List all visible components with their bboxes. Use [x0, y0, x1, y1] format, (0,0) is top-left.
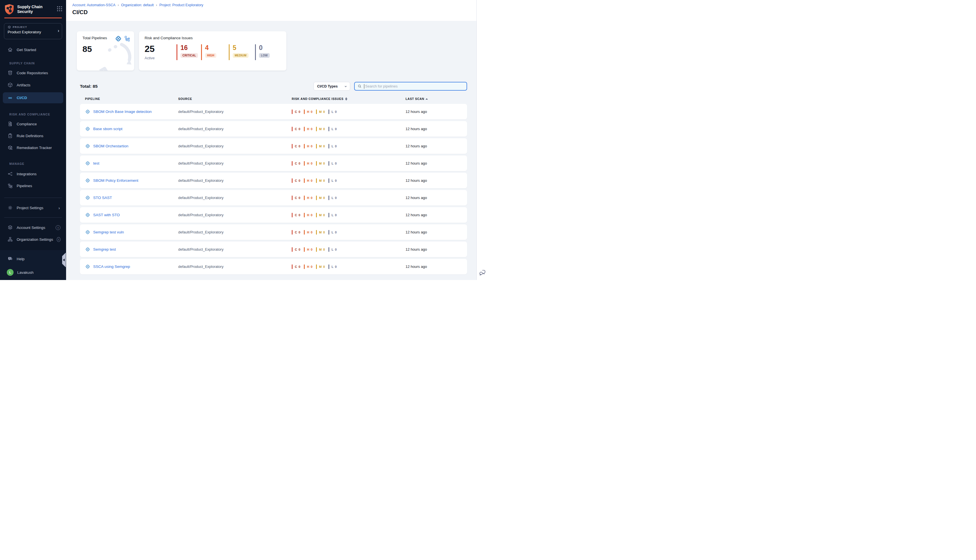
column-header-issues[interactable]: RISK AND COMPLIANCE ISSUES: [292, 97, 405, 100]
info-icon[interactable]: i: [56, 225, 60, 230]
pipeline-link[interactable]: Semgrep test: [93, 247, 116, 252]
harness-pipeline-icon: [85, 143, 90, 149]
sidebar-footer: ? Help L Lavakush: [0, 250, 66, 280]
last-scan-cell: 12 hours ago: [405, 196, 467, 200]
module-grid-icon[interactable]: [57, 6, 62, 11]
sidebar-item-label: Code Repositories: [17, 71, 48, 75]
section-label: RISK AND COMPLIANCE: [0, 113, 66, 116]
sidebar-item-project-settings[interactable]: Project Settings ›: [0, 203, 66, 213]
total-pipelines-card: Total Pipelines: [77, 31, 134, 70]
source-cell: default/Product_Exploratory: [178, 265, 292, 269]
pipeline-link[interactable]: Base sbom script: [93, 127, 123, 131]
severity-count: 16: [180, 44, 201, 51]
layers-icon: [7, 225, 13, 230]
last-scan-cell: 12 hours ago: [405, 144, 467, 148]
severity-badge: MEDIUM: [233, 53, 249, 58]
pipeline-link[interactable]: STO SAST: [93, 196, 112, 200]
table-row: Semgrep test vulndefault/Product_Explora…: [80, 224, 467, 240]
severity-badge: CRITICAL: [180, 53, 198, 58]
breadcrumb-link[interactable]: Organization: default: [121, 3, 153, 7]
severity-chip-c: C0: [292, 110, 300, 114]
pipeline-link[interactable]: test: [93, 161, 99, 165]
project-selector[interactable]: PROJECT Product Exploratory ›: [4, 23, 62, 39]
harness-pipeline-icon: [85, 126, 90, 132]
pipeline-link[interactable]: Semgrep test vuln: [93, 230, 124, 234]
pipeline-link[interactable]: SSCA using Semgrep: [93, 265, 130, 269]
code-repositories-icon: [7, 70, 13, 76]
issues-cell: C0H0M0L0: [292, 144, 405, 148]
issues-cell: C0H0M0L0: [292, 178, 405, 183]
issues-cell: C0H0M0L0: [292, 127, 405, 131]
source-cell: default/Product_Exploratory: [178, 247, 292, 252]
severity-chip-m: M0: [316, 127, 325, 131]
search-input[interactable]: Search for pipelines: [354, 82, 467, 91]
sidebar-item-remediation-tracker[interactable]: Remediation Tracker: [0, 143, 66, 152]
app-title: Supply Chain Security: [17, 5, 42, 14]
sort-asc-icon: [425, 98, 428, 100]
project-name: Product Exploratory: [8, 30, 56, 34]
severity-chip-l: L0: [329, 213, 337, 217]
chevron-right-icon: ›: [58, 28, 59, 33]
sidebar-item-cicd[interactable]: CI/CD: [3, 92, 63, 103]
severity-chip-m: M0: [316, 110, 325, 114]
sidebar-item-get-started[interactable]: Get Started: [0, 45, 66, 55]
column-header-source[interactable]: SOURCE: [178, 97, 292, 100]
table-row: testdefault/Product_ExploratoryC0H0M0L01…: [80, 155, 467, 171]
issues-cell: C0H0M0L0: [292, 230, 405, 235]
harness-pipeline-icon: [85, 109, 90, 114]
severity-chip-m: M0: [316, 265, 325, 269]
user-menu[interactable]: L Lavakush: [0, 268, 66, 277]
severity-badge: HIGH: [205, 53, 216, 58]
last-scan-cell: 12 hours ago: [405, 230, 467, 234]
column-header-pipeline[interactable]: PIPELINE: [85, 97, 178, 100]
org-chart-icon: [7, 237, 13, 242]
severity-chip-c: C0: [292, 213, 300, 217]
source-cell: default/Product_Exploratory: [178, 178, 292, 183]
severity-chip-c: C0: [292, 247, 300, 252]
severity-chip-m: M0: [316, 144, 325, 148]
chevron-down-icon: [344, 85, 347, 88]
svg-text:?: ?: [9, 257, 10, 260]
pipeline-link[interactable]: SBOM Policy Enforcement: [93, 178, 138, 183]
sidebar-item-label: CI/CD: [17, 96, 27, 100]
sidebar-item-integrations[interactable]: Integrations: [0, 169, 66, 179]
breadcrumb-link[interactable]: Project: Product Exploratory: [159, 3, 204, 7]
info-icon[interactable]: i: [57, 237, 60, 242]
rule-definitions-icon: [7, 133, 13, 138]
table-row: STO SASTdefault/Product_ExploratoryC0H0M…: [80, 190, 467, 205]
sidebar-item-organization-settings[interactable]: Organization Settings i: [0, 235, 66, 244]
artifacts-icon: [7, 82, 13, 88]
table-row: SBOM Orchestartiondefault/Product_Explor…: [80, 138, 467, 154]
severity-chip-h: H0: [304, 247, 313, 252]
sidebar-item-artifacts[interactable]: Artifacts: [0, 80, 66, 90]
sidebar-item-code-repositories[interactable]: Code Repositories: [0, 68, 66, 78]
cicd-types-dropdown[interactable]: CI/CD Types: [314, 82, 350, 91]
divider: [4, 217, 62, 218]
breadcrumb-link[interactable]: Account: Automation-SSCA: [72, 3, 115, 7]
pipeline-link[interactable]: SBOM Orchestartion: [93, 144, 128, 148]
column-header-last-scan[interactable]: LAST SCAN: [405, 97, 467, 100]
sidebar-item-rule-definitions[interactable]: Rule Definitions: [0, 131, 66, 140]
severity-chip-l: L0: [329, 144, 337, 148]
harness-pipeline-icon: [85, 230, 90, 235]
chevron-right-icon: ›: [58, 205, 60, 210]
gear-icon: [7, 205, 13, 210]
pipeline-link[interactable]: SAST with STO: [93, 213, 120, 217]
table-row: SSCA using Semgrepdefault/Product_Explor…: [80, 259, 467, 274]
severity-chip-h: H0: [304, 127, 313, 131]
sidebar-item-pipelines[interactable]: Pipelines: [0, 181, 66, 190]
shield-logo-icon: [4, 4, 14, 15]
sidebar-item-account-settings[interactable]: Account Settings i: [0, 223, 66, 232]
pipeline-link[interactable]: SBOM Orch Base Image detection: [93, 110, 152, 114]
sidebar-item-compliance[interactable]: Compliance: [0, 119, 66, 129]
issues-cell: C0H0M0L0: [292, 196, 405, 200]
sidebar-item-help[interactable]: ? Help: [0, 254, 66, 263]
harness-pipeline-icon: [85, 264, 90, 269]
page-header: Account: Automation-SSCA›Organization: d…: [66, 0, 476, 21]
active-issues-stat: 25 Active: [145, 44, 177, 60]
chat-support-icon[interactable]: [479, 269, 486, 276]
table-row: Semgrep testdefault/Product_ExploratoryC…: [80, 242, 467, 257]
severity-chip-m: M0: [316, 230, 325, 235]
severity-count: 0: [259, 44, 275, 51]
severity-chip-l: L0: [329, 110, 337, 114]
